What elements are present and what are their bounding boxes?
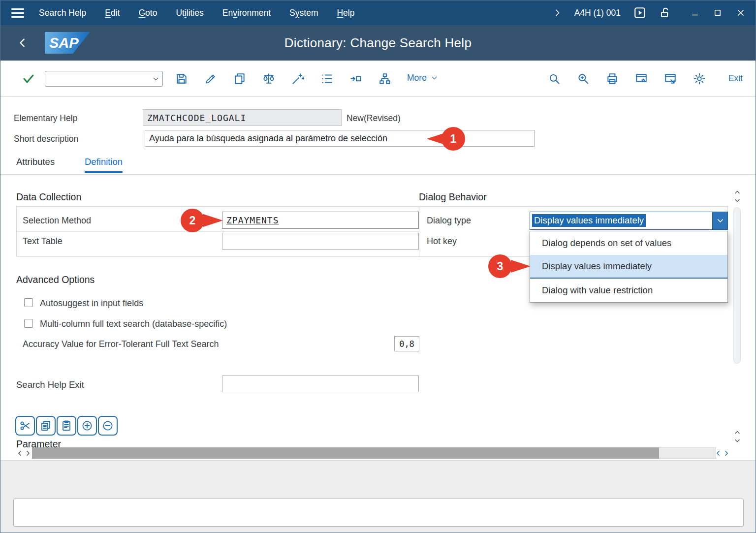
settings-button[interactable] [691,70,708,88]
elementary-help-field [143,109,342,126]
activate-button[interactable] [289,70,307,88]
favorites-button[interactable] [632,70,650,88]
paste-button[interactable] [57,416,76,436]
menu-help[interactable]: Help [337,8,354,18]
new-session-button[interactable] [662,70,679,88]
consistency-check-button[interactable] [260,70,278,88]
scroll-up-icon[interactable] [733,430,741,436]
consistency-check-icon [262,72,275,85]
search-help-exit-input[interactable] [222,376,418,392]
copy-rows-button[interactable] [36,416,56,436]
multicolumn-checkbox[interactable] [24,319,33,328]
text-table-label: Text Table [23,236,63,247]
menu-utilities[interactable]: Utilities [176,8,203,18]
autosuggest-checkbox[interactable] [24,298,33,307]
menu-goto[interactable]: Goto [138,8,157,18]
hamburger-menu-icon[interactable] [11,8,24,18]
display-change-icon [204,72,217,85]
horizontal-scrollbar-thumb[interactable] [32,447,659,459]
tabs-divider [0,174,756,175]
add-row-button[interactable] [77,416,97,436]
dropdown-option[interactable]: Dialog with value restriction [530,279,727,302]
test-icon [349,72,362,85]
back-button[interactable] [17,36,28,50]
title-bar: Dictionary: Change Search Help SAP [0,25,756,61]
scroll-left-icon[interactable] [17,449,23,457]
menu-edit[interactable]: Edit [105,8,120,18]
menu-items: Search Help Edit Goto Utilities Environm… [39,8,354,18]
tab-definition[interactable]: Definition [85,157,123,173]
dropdown-option-selected[interactable]: Display values immediately [530,255,727,279]
remove-row-button[interactable] [98,416,118,436]
dialog-type-dropdown-button[interactable] [712,212,727,229]
vertical-scrollbar-thumb[interactable] [733,207,741,364]
save-button[interactable] [173,70,190,88]
selection-method-label: Selection Method [23,216,91,226]
overflow-chevron-icon[interactable] [553,8,562,18]
elementary-help-input[interactable] [143,110,341,125]
display-change-button[interactable] [202,70,220,88]
more-menu[interactable]: More [407,73,439,83]
revision-status: New(Revised) [346,113,401,124]
data-collection-title: Data Collection [16,191,81,203]
test-button[interactable] [347,70,365,88]
copy-icon [233,72,246,85]
application-toolbar: More Exit [0,61,756,97]
table-edit-toolbar [15,416,118,436]
search-button[interactable] [545,70,563,88]
search-help-exit-field [222,376,419,392]
text-table-input[interactable] [222,233,418,249]
data-collection-row-divider [17,231,422,232]
activate-icon [291,72,304,85]
short-description-field [145,130,535,147]
gear-icon [693,72,706,85]
callout-arrow [511,260,531,273]
command-dropdown-icon[interactable] [152,75,160,83]
confirm-check-button[interactable] [21,73,36,85]
search-more-icon [577,72,590,85]
dialog-type-dropdown-list: Dialog depends on set of values Display … [530,231,728,303]
more-chevron-icon [430,74,439,82]
toolbar-left-icons [173,70,394,88]
text-table-field [222,233,419,250]
scroll-right-icon[interactable] [25,449,31,457]
maximize-button[interactable] [713,8,722,17]
gui-scripting-icon[interactable] [633,6,646,19]
where-used-list-icon [320,72,333,85]
search-more-button[interactable] [574,70,592,88]
menubar-right: A4H (1) 001 [553,0,756,25]
menu-system[interactable]: System [289,8,318,18]
close-button[interactable] [736,8,746,18]
accuracy-input[interactable] [395,337,419,351]
scroll-up-icon[interactable] [733,189,741,195]
hierarchy-button[interactable] [376,70,394,88]
favorites-window-icon [635,72,648,85]
accuracy-label: Accuracy Value for Error-Tolerant Full T… [23,339,219,349]
menu-environment[interactable]: Environment [222,8,271,18]
print-button[interactable] [603,70,621,88]
where-used-list-button[interactable] [318,70,336,88]
dropdown-option[interactable]: Dialog depends on set of values [530,231,727,255]
command-input[interactable] [47,72,146,86]
scroll-down-icon[interactable] [733,197,741,203]
menu-search-help[interactable]: Search Help [39,8,86,18]
short-description-label: Short description [14,134,78,144]
dialog-type-selected-value: Display values immediately [532,214,646,227]
security-unlocked-icon[interactable] [659,6,671,19]
cut-button[interactable] [15,416,35,436]
scroll-right-icon[interactable] [723,449,729,457]
sap-gui-window: Search Help Edit Goto Utilities Environm… [0,0,756,533]
command-field [45,71,163,87]
scroll-left-icon[interactable] [715,449,722,457]
cut-icon [19,420,31,432]
tab-attributes[interactable]: Attributes [16,157,55,171]
exit-button[interactable]: Exit [728,73,743,84]
minimize-button[interactable] [691,8,699,17]
advanced-options-title: Advanced Options [16,274,94,285]
callout-number: 3 [488,254,512,278]
selection-method-input[interactable] [222,212,418,228]
copy-object-button[interactable] [231,70,249,88]
dialog-type-combobox[interactable]: Display values immediately [530,212,728,230]
scroll-down-icon[interactable] [733,438,741,443]
short-description-input[interactable] [145,130,534,146]
